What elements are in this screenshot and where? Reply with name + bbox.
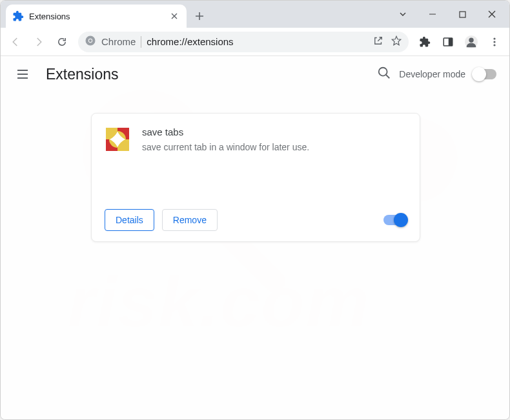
minimize-button[interactable] xyxy=(418,5,447,24)
forward-button[interactable] xyxy=(28,31,50,53)
close-button[interactable] xyxy=(477,5,507,24)
svg-rect-9 xyxy=(449,38,453,46)
svg-line-16 xyxy=(386,75,390,79)
window-controls xyxy=(388,1,509,28)
omnibox-separator xyxy=(141,36,141,48)
svg-point-14 xyxy=(493,44,495,46)
browser-tab[interactable]: Extensions xyxy=(6,5,187,28)
page-content: Extensions Developer mode xyxy=(1,56,509,419)
extension-description: save current tab in a window for later u… xyxy=(142,141,407,154)
svg-point-13 xyxy=(493,41,495,43)
search-icon[interactable] xyxy=(377,66,391,83)
bookmark-star-icon[interactable] xyxy=(391,35,402,48)
toolbar: Chrome chrome://extensions xyxy=(1,28,509,56)
share-icon[interactable] xyxy=(372,35,384,48)
extension-puzzle-icon xyxy=(12,10,24,22)
extension-name: save tabs xyxy=(142,126,407,137)
extension-enable-toggle[interactable] xyxy=(383,215,407,225)
hamburger-menu-icon[interactable] xyxy=(14,65,32,83)
titlebar: Extensions xyxy=(1,1,509,28)
extensions-icon[interactable] xyxy=(414,31,436,53)
details-button[interactable]: Details xyxy=(105,209,154,231)
kebab-menu-icon[interactable] xyxy=(484,31,505,53)
developer-mode-label: Developer mode xyxy=(399,69,465,79)
svg-point-7 xyxy=(89,39,92,43)
svg-point-11 xyxy=(469,37,473,42)
back-button[interactable] xyxy=(5,31,26,53)
browser-window: Extensions xyxy=(0,0,510,420)
svg-point-15 xyxy=(379,68,387,76)
omnibox-prefix: Chrome xyxy=(101,36,136,47)
profile-avatar-icon[interactable] xyxy=(460,31,482,53)
chevron-down-icon[interactable] xyxy=(388,5,418,24)
chrome-logo-icon xyxy=(85,35,96,48)
svg-point-12 xyxy=(493,37,495,39)
tab-close-icon[interactable] xyxy=(168,10,180,22)
page-header: Extensions Developer mode xyxy=(1,56,509,92)
sidepanel-icon[interactable] xyxy=(437,31,459,53)
reload-button[interactable] xyxy=(51,31,73,53)
address-bar[interactable]: Chrome chrome://extensions xyxy=(78,32,409,52)
svg-rect-4 xyxy=(460,12,465,17)
extension-logo-icon xyxy=(105,126,130,152)
page-title: Extensions xyxy=(46,66,119,83)
new-tab-button[interactable] xyxy=(190,7,209,25)
maximize-button[interactable] xyxy=(447,5,477,24)
omnibox-url: chrome://extensions xyxy=(147,36,367,47)
developer-mode-toggle[interactable] xyxy=(473,69,496,79)
remove-button[interactable]: Remove xyxy=(162,209,218,231)
extension-card: save tabs save current tab in a window f… xyxy=(91,113,420,242)
tab-title: Extensions xyxy=(29,12,168,21)
